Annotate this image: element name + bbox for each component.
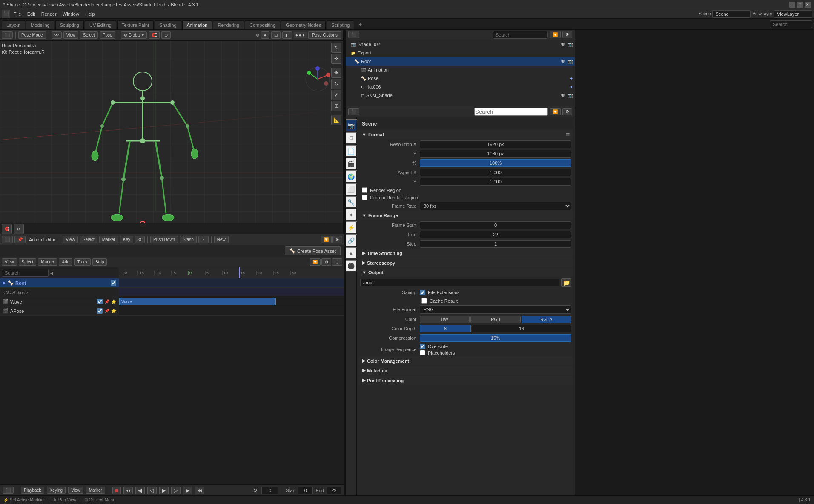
ds-filter-toggle[interactable]: ◂ xyxy=(50,269,53,276)
frame-step-value[interactable]: 1 xyxy=(420,240,571,248)
physics-props-btn[interactable]: ⚡ xyxy=(346,221,357,233)
proportional-edit-btn[interactable]: ⊙ xyxy=(14,224,24,234)
root-expand-icon[interactable]: ▶ xyxy=(3,281,6,285)
root-visible-check[interactable] xyxy=(111,280,116,286)
pb-editor-type[interactable]: ⬛ xyxy=(3,487,14,494)
resolution-x-value[interactable]: 1920 px xyxy=(420,140,571,148)
measure-tool-btn[interactable]: 📐 xyxy=(331,115,341,125)
cache-result-label[interactable]: Cache Result xyxy=(430,298,458,304)
tab-compositing[interactable]: Compositing xyxy=(245,20,280,29)
new-action-btn[interactable]: New xyxy=(214,236,229,243)
ae-more-btn[interactable]: ⋮ xyxy=(198,236,209,243)
next-keyframe-btn[interactable]: ▷ xyxy=(171,487,181,494)
rotate-tool-btn[interactable]: ↻ xyxy=(331,79,341,89)
ae-editor-type-btn[interactable]: ⬛ xyxy=(2,236,13,243)
aspect-y-value[interactable]: 1.000 xyxy=(420,178,571,186)
editor-type-select[interactable]: ⬛ xyxy=(2,32,13,39)
nla-select-btn[interactable]: Select xyxy=(19,258,37,266)
color-rgb-btn[interactable]: RGB xyxy=(470,316,520,323)
color-rgba-btn[interactable]: RGBA xyxy=(522,316,571,323)
next-frame-btn[interactable]: ▶ xyxy=(183,487,192,494)
apose-visible-check[interactable] xyxy=(97,308,103,314)
pb-playback-btn[interactable]: Playback xyxy=(21,487,44,494)
close-button[interactable]: ✕ xyxy=(805,2,811,8)
nla-more-btn[interactable]: ⋮ xyxy=(332,258,342,266)
outliner-item[interactable]: ⚙ rig.006 ✦ xyxy=(346,83,575,91)
modifier-props-btn[interactable]: 🔧 xyxy=(346,196,357,208)
status-pan-view[interactable]: 🖱 Pan View xyxy=(53,498,76,502)
root-track-label[interactable]: ▶ 🦴 Root xyxy=(0,278,119,287)
time-stretching-header[interactable]: ▶ Time Stretching xyxy=(358,249,573,258)
start-frame-input[interactable]: 0 xyxy=(298,487,313,494)
ae-marker-menu[interactable]: Marker xyxy=(99,236,118,243)
data-props-btn[interactable]: ▲ xyxy=(346,247,357,259)
menu-render[interactable]: Render xyxy=(39,11,59,17)
menu-window[interactable]: Window xyxy=(60,11,82,17)
pb-marker-btn[interactable]: Marker xyxy=(86,487,105,494)
properties-search-input[interactable] xyxy=(474,108,548,116)
tab-geometry-nodes[interactable]: Geometry Nodes xyxy=(281,20,326,29)
frame-start-value[interactable]: 0 xyxy=(420,221,571,229)
maximize-button[interactable]: □ xyxy=(797,2,803,8)
status-context-menu[interactable]: ⊞ Context Menu xyxy=(84,498,115,502)
snap-btn[interactable]: 🧲 xyxy=(149,32,160,39)
frame-range-header[interactable]: ▼ Frame Range xyxy=(358,211,573,220)
view-layer-props-btn[interactable]: 📄 xyxy=(346,145,357,157)
global-select[interactable]: ⊕ Global ▾ xyxy=(121,32,147,39)
tab-uv-editing[interactable]: UV Editing xyxy=(85,20,116,29)
pb-keying-btn[interactable]: Keying xyxy=(47,487,66,494)
outliner-item[interactable]: 🎬 Animation xyxy=(346,66,575,74)
frame-rate-select[interactable]: 30 fps 24 fps 25 fps 60 fps xyxy=(420,202,571,210)
dopesheet-search-input[interactable] xyxy=(2,269,49,277)
end-frame-input[interactable]: 22 xyxy=(327,487,341,494)
window-controls[interactable]: ─ □ ✕ xyxy=(789,2,811,8)
nla-settings-btn[interactable]: ⚙ xyxy=(321,258,331,266)
jump-end-btn[interactable]: ⏭ xyxy=(195,487,204,494)
create-pose-asset-btn[interactable]: 🦴 Create Pose Asset xyxy=(285,246,341,255)
stash-btn[interactable]: Stash xyxy=(180,236,197,243)
outliner-item[interactable]: 🦴 Root 👁 📷 xyxy=(346,57,575,66)
prop-filter-btn[interactable]: 🔽 xyxy=(550,108,561,115)
tab-layout[interactable]: Layout xyxy=(2,20,25,29)
apose-pin-btn[interactable]: 📌 xyxy=(104,309,109,313)
nla-marker-btn[interactable]: Marker xyxy=(38,258,57,266)
wave-star-btn[interactable]: ⭐ xyxy=(111,299,116,304)
top-search-input[interactable] xyxy=(770,20,812,28)
prop-editor-type-btn[interactable]: ⬛ xyxy=(348,108,359,115)
crop-to-render-check[interactable] xyxy=(362,195,367,200)
tab-rendering[interactable]: Rendering xyxy=(213,20,244,29)
resolution-pct-value[interactable]: 100% xyxy=(420,159,571,167)
snap-to-btn[interactable]: 🧲 xyxy=(2,224,12,234)
wave-track-label[interactable]: 🎬 Wave 📌 ⭐ xyxy=(0,297,119,306)
cursor-tool-btn[interactable]: ✛ xyxy=(331,54,341,64)
menu-file[interactable]: File xyxy=(11,11,24,17)
outliner-settings-btn[interactable]: ⚙ xyxy=(562,31,572,38)
nla-track-btn[interactable]: Track xyxy=(74,258,91,266)
pose-menu[interactable]: Pose xyxy=(100,32,115,39)
render-props-btn[interactable]: 📷 xyxy=(346,119,357,131)
ae-filter-btn[interactable]: 🔽 xyxy=(321,236,332,243)
nla-view-btn[interactable]: View xyxy=(2,258,17,266)
move-tool-btn[interactable]: ✥ xyxy=(331,68,341,78)
crop-to-render-label[interactable]: Crop to Render Region xyxy=(370,195,418,200)
active-tool-btn[interactable]: ↖ xyxy=(331,43,341,53)
color-bw-btn[interactable]: BW xyxy=(420,316,470,323)
tab-scripting[interactable]: Scripting xyxy=(327,20,354,29)
metadata-header[interactable]: ▶ Metadata xyxy=(358,366,573,375)
wave-pin-btn[interactable]: 📌 xyxy=(104,299,109,304)
proportional-btn[interactable]: ⊙ xyxy=(161,32,171,39)
ae-settings-btn[interactable]: ⚙ xyxy=(332,236,342,243)
pose-mode-select[interactable]: Pose Mode xyxy=(18,32,46,39)
status-set-active-modifier[interactable]: ⚡ Set Active Modifier xyxy=(3,498,45,502)
minimize-button[interactable]: ─ xyxy=(789,2,795,8)
output-section-header[interactable]: ▼ Output xyxy=(358,268,573,277)
tab-texture-paint[interactable]: Texture Paint xyxy=(117,20,154,29)
placeholders-check[interactable] xyxy=(420,350,425,355)
color-depth-8[interactable]: 8 xyxy=(420,325,471,332)
record-btn[interactable]: ⏺ xyxy=(112,487,121,494)
apose-track-label[interactable]: 🎬 APose 📌 ⭐ xyxy=(0,306,119,315)
outliner-item[interactable]: ◻ SKM_Shade 👁 📷 xyxy=(346,91,575,100)
aspect-x-value[interactable]: 1.000 xyxy=(420,169,571,176)
wave-visible-check[interactable] xyxy=(97,299,103,304)
menu-help[interactable]: Help xyxy=(83,11,97,17)
